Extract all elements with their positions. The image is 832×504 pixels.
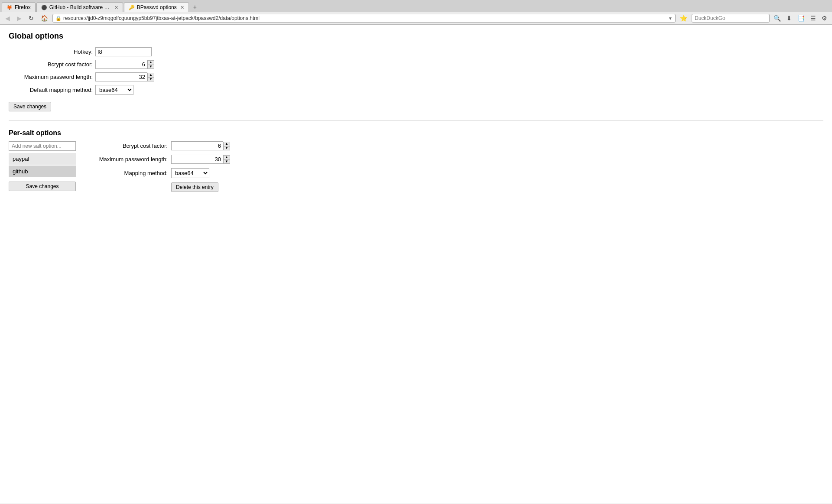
bcrypt-global-up[interactable]: ▲ xyxy=(147,60,154,65)
bcrypt-detail-input[interactable] xyxy=(171,141,223,150)
address-bar-dropdown[interactable]: ▼ xyxy=(668,16,673,21)
max-password-detail-row: Maximum password length: ▲ ▼ xyxy=(84,155,823,164)
salt-list-panel: paypal github Save changes xyxy=(9,141,76,196)
salt-item-paypal[interactable]: paypal xyxy=(9,153,76,165)
tab-firefox-label: Firefox xyxy=(15,4,31,10)
tab-firefox[interactable]: 🦊 Firefox xyxy=(2,2,36,12)
delete-row: Delete this entry xyxy=(84,182,823,192)
bookmarks-icon-btn[interactable]: 📑 xyxy=(795,13,807,23)
bcrypt-detail-up[interactable]: ▲ xyxy=(223,142,230,146)
max-password-global-label: Maximum password length: xyxy=(9,74,95,80)
per-salt-title: Per-salt options xyxy=(9,129,823,137)
bcrypt-global-row: Bcrypt cost factor: ▲ ▼ xyxy=(9,60,823,69)
tab-bpasswd-label: BPasswd options xyxy=(137,4,177,10)
address-bar[interactable]: 🔒 resource://jjd0-z9mqgolfcguungyp5bb97j… xyxy=(52,14,676,23)
address-bar-text: resource://jjd0-z9mqgolfcguungyp5bb97jtb… xyxy=(63,15,668,21)
delete-entry-button[interactable]: Delete this entry xyxy=(171,182,218,192)
mapping-detail-select[interactable]: base64 hex alphanum xyxy=(171,168,209,178)
download-icon-btn[interactable]: ⬇ xyxy=(784,13,794,23)
bcrypt-detail-down[interactable]: ▼ xyxy=(223,146,230,150)
page-content: Global options Hotkey: Bcrypt cost facto… xyxy=(0,25,832,503)
bcrypt-detail-label: Bcrypt cost factor: xyxy=(84,143,171,149)
toolbar-icons: 🔍 ⬇ 📑 ☰ ⚙ xyxy=(771,13,829,23)
hotkey-input[interactable] xyxy=(95,47,152,56)
tab-github[interactable]: ⚫ GitHub - Build software better,... ✕ xyxy=(36,2,123,12)
per-salt-save-button[interactable]: Save changes xyxy=(9,182,76,191)
add-salt-input[interactable] xyxy=(9,141,76,151)
bcrypt-detail-row: Bcrypt cost factor: ▲ ▼ xyxy=(84,141,823,150)
back-button[interactable]: ◀ xyxy=(3,13,13,23)
bcrypt-global-spinners: ▲ ▼ xyxy=(147,60,154,69)
global-options-title: Global options xyxy=(9,32,823,41)
mapping-global-row: Default mapping method: base64 hex alpha… xyxy=(9,85,823,95)
new-tab-button[interactable]: + xyxy=(190,2,200,12)
max-password-global-spinners: ▲ ▼ xyxy=(147,73,154,81)
max-password-global-down[interactable]: ▼ xyxy=(147,77,154,81)
max-password-global-up[interactable]: ▲ xyxy=(147,73,154,77)
search-input[interactable] xyxy=(695,15,767,21)
browser-chrome: 🦊 Firefox ⚫ GitHub - Build software bett… xyxy=(0,0,832,25)
search-icon-btn[interactable]: 🔍 xyxy=(771,13,783,23)
max-password-detail-wrap: ▲ ▼ xyxy=(171,155,230,164)
bcrypt-global-down[interactable]: ▼ xyxy=(147,65,154,69)
github-icon: ⚫ xyxy=(41,5,47,10)
mapping-global-select[interactable]: base64 hex alphanum xyxy=(95,85,133,95)
max-password-detail-up[interactable]: ▲ xyxy=(223,155,230,159)
bcrypt-detail-spinners: ▲ ▼ xyxy=(223,142,230,150)
bcrypt-global-label: Bcrypt cost factor: xyxy=(9,61,95,68)
max-password-detail-input[interactable] xyxy=(171,155,223,164)
global-save-button[interactable]: Save changes xyxy=(9,102,51,111)
bookmark-button[interactable]: ⭐ xyxy=(677,13,690,23)
firefox-icon: 🦊 xyxy=(6,5,13,10)
address-icon: 🔒 xyxy=(55,16,62,21)
reload-button[interactable]: ↻ xyxy=(26,13,36,23)
forward-button[interactable]: ▶ xyxy=(14,13,24,23)
max-password-global-input[interactable] xyxy=(95,72,147,81)
tab-github-close[interactable]: ✕ xyxy=(114,5,118,10)
max-password-detail-label: Maximum password length: xyxy=(84,156,171,163)
max-password-global-row: Maximum password length: ▲ ▼ xyxy=(9,72,823,81)
mapping-global-label: Default mapping method: xyxy=(9,87,95,93)
hotkey-label: Hotkey: xyxy=(9,49,95,55)
mapping-detail-label: Mapping method: xyxy=(84,170,171,176)
per-salt-layout: paypal github Save changes Bcrypt cost f… xyxy=(9,141,823,196)
salt-detail-panel: Bcrypt cost factor: ▲ ▼ Maximum password… xyxy=(84,141,823,196)
mapping-detail-row: Mapping method: base64 hex alphanum xyxy=(84,168,823,178)
bcrypt-global-wrap: ▲ ▼ xyxy=(95,60,154,69)
tab-bar: 🦊 Firefox ⚫ GitHub - Build software bett… xyxy=(0,0,832,12)
bcrypt-global-input[interactable] xyxy=(95,60,147,69)
menu-icon-btn[interactable]: ☰ xyxy=(808,13,818,23)
max-password-detail-spinners: ▲ ▼ xyxy=(223,155,230,164)
home-button[interactable]: 🏠 xyxy=(38,13,51,23)
bcrypt-detail-wrap: ▲ ▼ xyxy=(171,141,230,150)
max-password-detail-down[interactable]: ▼ xyxy=(223,159,230,164)
tab-github-label: GitHub - Build software better,... xyxy=(49,4,111,10)
bpasswd-icon: 🔑 xyxy=(129,5,135,10)
settings-icon-btn[interactable]: ⚙ xyxy=(819,13,829,23)
tab-bpasswd-close[interactable]: ✕ xyxy=(180,5,184,10)
nav-bar: ◀ ▶ ↻ 🏠 🔒 resource://jjd0-z9mqgolfcguung… xyxy=(0,12,832,25)
section-divider xyxy=(9,120,823,120)
salt-item-github[interactable]: github xyxy=(9,166,76,177)
search-bar[interactable] xyxy=(692,14,770,23)
tab-bpasswd[interactable]: 🔑 BPasswd options ✕ xyxy=(124,2,189,12)
hotkey-row: Hotkey: xyxy=(9,47,823,56)
max-password-global-wrap: ▲ ▼ xyxy=(95,72,154,81)
